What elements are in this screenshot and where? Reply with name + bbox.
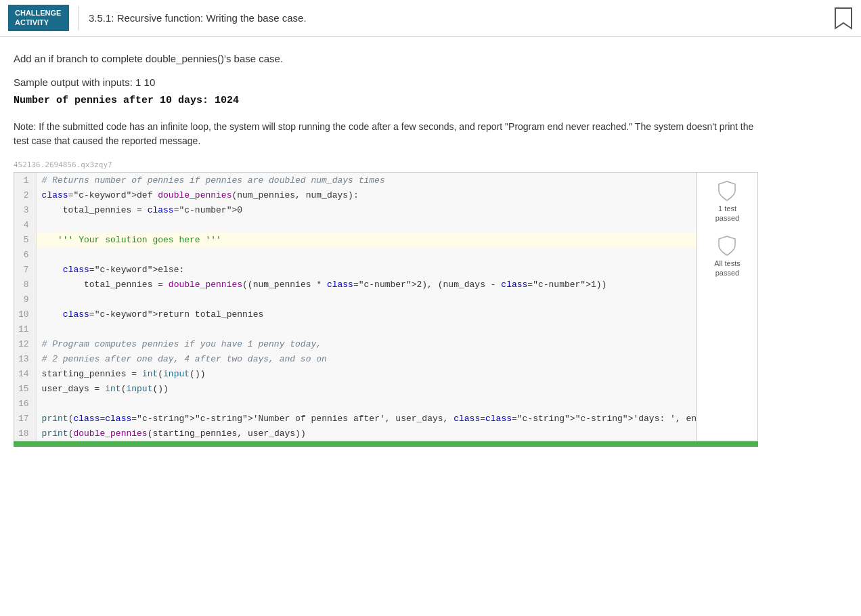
line-number: 5 [14,232,36,247]
line-number: 11 [14,322,36,336]
table-row: 15user_days = int(input()) [14,381,697,396]
line-number: 1 [14,173,36,188]
main-content: Add an if branch to complete double_penn… [0,37,772,458]
line-code[interactable]: class="c-keyword">return total_pennies [36,307,697,322]
code-table: 1# Returns number of pennies if pennies … [14,173,697,441]
line-code[interactable]: # 2 pennies after one day, 4 after two d… [36,351,697,366]
line-number: 16 [14,396,36,411]
line-number: 4 [14,217,36,232]
line-number: 17 [14,411,36,426]
line-code[interactable]: print(class=class="c-string">"c-string">… [36,411,697,426]
test-sidebar: 1 testpassed All testspassed [697,173,757,441]
line-number: 3 [14,202,36,217]
code-editor[interactable]: 1# Returns number of pennies if pennies … [14,172,758,441]
line-code[interactable] [36,292,697,307]
table-row: 18print(double_pennies(starting_pennies,… [14,426,697,441]
line-number: 10 [14,307,36,322]
test-result-2: All testspassed [714,236,741,278]
line-number: 2 [14,188,36,202]
line-code[interactable] [36,396,697,411]
line-code[interactable] [36,322,697,336]
line-code[interactable]: user_days = int(input()) [36,381,697,396]
line-code[interactable]: total_pennies = double_pennies((num_penn… [36,277,697,292]
line-number: 9 [14,292,36,307]
line-number: 18 [14,426,36,441]
line-number: 14 [14,366,36,381]
challenge-badge: CHALLENGE ACTIVITY [8,5,69,30]
description: Add an if branch to complete double_penn… [14,53,758,64]
line-code[interactable]: # Returns number of pennies if pennies a… [36,173,697,188]
line-number: 6 [14,247,36,262]
bottom-bar [14,441,758,447]
line-code[interactable]: print(double_pennies(starting_pennies, u… [36,426,697,441]
header: CHALLENGE ACTIVITY 3.5.1: Recursive func… [0,0,861,37]
line-code[interactable]: # Program computes pennies if you have 1… [36,336,697,351]
table-row: 13# 2 pennies after one day, 4 after two… [14,351,697,366]
table-row: 14starting_pennies = int(input()) [14,366,697,381]
line-code[interactable] [36,217,697,232]
header-title: 3.5.1: Recursive function: Writing the b… [89,12,834,24]
table-row: 11 [14,322,697,336]
watermark: 452136.2694856.qx3zqy7 [14,160,758,169]
line-number: 12 [14,336,36,351]
badge-line1: CHALLENGE [15,9,61,17]
table-row: 10 class="c-keyword">return total_pennie… [14,307,697,322]
line-number: 8 [14,277,36,292]
sample-label: Sample output with inputs: 1 10 [14,76,758,88]
line-code[interactable]: ''' Your solution goes here ''' [36,232,697,247]
table-row: 2class="c-keyword">def double_pennies(nu… [14,188,697,202]
shield-icon-2 [718,236,736,256]
table-row: 5 ''' Your solution goes here ''' [14,232,697,247]
line-code[interactable] [36,247,697,262]
shield-icon-1 [718,181,736,201]
test-result-1: 1 testpassed [715,181,739,223]
table-row: 7 class="c-keyword">else: [14,262,697,277]
test-label-1: 1 testpassed [715,204,739,223]
bookmark-icon[interactable] [834,7,853,30]
table-row: 6 [14,247,697,262]
line-code[interactable]: starting_pennies = int(input()) [36,366,697,381]
table-row: 9 [14,292,697,307]
note-text: Note: If the submitted code has an infin… [14,120,758,148]
table-row: 3 total_pennies = class="c-number">0 [14,202,697,217]
sample-output: Number of pennies after 10 days: 1024 [14,95,758,106]
test-label-2: All testspassed [714,259,741,278]
table-row: 12# Program computes pennies if you have… [14,336,697,351]
line-number: 13 [14,351,36,366]
line-code[interactable]: class="c-keyword">def double_pennies(num… [36,188,697,202]
table-row: 8 total_pennies = double_pennies((num_pe… [14,277,697,292]
code-area[interactable]: 1# Returns number of pennies if pennies … [14,173,697,441]
table-row: 17print(class=class="c-string">"c-string… [14,411,697,426]
line-number: 7 [14,262,36,277]
badge-line2: ACTIVITY [15,18,49,26]
line-number: 15 [14,381,36,396]
table-row: 16 [14,396,697,411]
table-row: 1# Returns number of pennies if pennies … [14,173,697,188]
header-divider [79,6,79,30]
line-code[interactable]: total_pennies = class="c-number">0 [36,202,697,217]
table-row: 4 [14,217,697,232]
line-code[interactable]: class="c-keyword">else: [36,262,697,277]
